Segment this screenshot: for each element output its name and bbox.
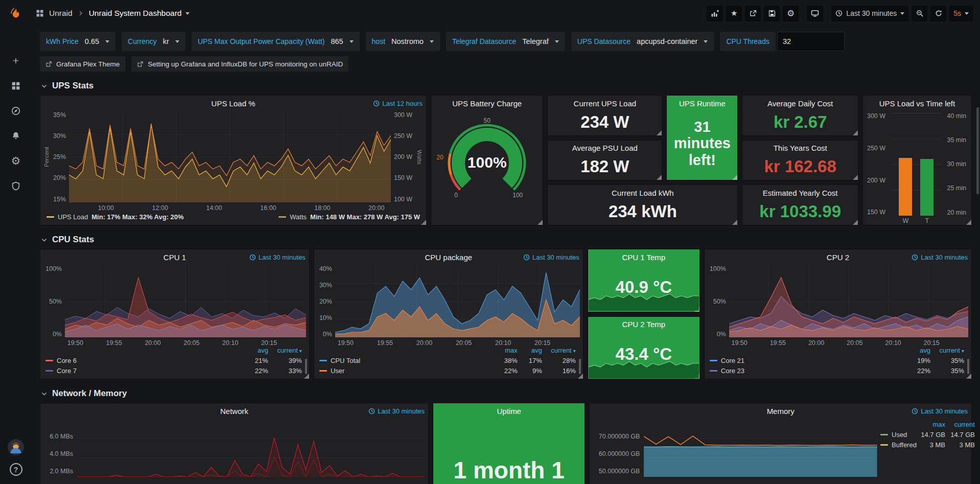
variable-host[interactable]: host Nostromo bbox=[366, 32, 440, 51]
section-network-memory[interactable]: Network / Memory bbox=[41, 388, 972, 399]
link-grafana-plex-theme[interactable]: Grafana Plex Theme bbox=[40, 56, 125, 72]
legend-item-ups-load[interactable]: UPS Load Min: 17% Max: 32% Avg: 20% bbox=[46, 213, 184, 221]
panel-time-override[interactable]: Last 30 minutes bbox=[523, 249, 579, 265]
stat-value: kr 162.68 bbox=[742, 156, 858, 180]
legend-item[interactable]: CPU Total bbox=[319, 357, 490, 364]
cpu-package-chart[interactable] bbox=[335, 266, 580, 337]
variable-kwh-price[interactable]: kWh Price 0.65 bbox=[40, 32, 115, 51]
legend-item[interactable]: Buffered bbox=[880, 441, 917, 449]
legend-scrollbar[interactable] bbox=[579, 359, 581, 374]
section-cpu-stats[interactable]: CPU Stats bbox=[41, 235, 972, 245]
series-swatch bbox=[46, 216, 54, 218]
dashboard-scrollbar[interactable] bbox=[976, 107, 979, 194]
stat-value: 234 kWh bbox=[548, 200, 737, 225]
apps-grid-icon[interactable] bbox=[36, 9, 44, 17]
legend-scrollbar[interactable] bbox=[967, 359, 969, 374]
legend-col-avg[interactable]: avg bbox=[518, 347, 542, 354]
legend-col-current[interactable]: current bbox=[542, 347, 576, 354]
legend-item[interactable]: Core 21 bbox=[710, 357, 901, 364]
variable-currency[interactable]: Currency kr bbox=[122, 32, 185, 51]
sidebar-item-configuration[interactable]: ⚙ bbox=[7, 152, 25, 170]
legend-scrollbar[interactable] bbox=[305, 359, 307, 374]
y-axis-ticks: 100%50%0% bbox=[42, 266, 65, 337]
variable-ups-datasource[interactable]: UPS Datasource apcupsd-container bbox=[571, 32, 714, 51]
panel-title[interactable]: Average Daily Cost bbox=[742, 96, 858, 111]
ups-bars-chart[interactable] bbox=[891, 113, 942, 216]
dashboard-settings-button[interactable]: ⚙ bbox=[783, 6, 799, 21]
panel-cpu-2: CPU 2 Last 30 minutes 100%50%0% 19:5019:… bbox=[704, 249, 972, 379]
bar-time-left[interactable] bbox=[920, 159, 934, 216]
help-button[interactable]: ? bbox=[10, 463, 22, 476]
panel-time-override[interactable]: Last 30 minutes bbox=[912, 403, 968, 419]
panel-time-override[interactable]: Last 12 hours bbox=[373, 96, 423, 111]
panel-title[interactable]: CPU 1 Temp bbox=[588, 249, 699, 265]
time-range-picker[interactable]: Last 30 minutes bbox=[831, 6, 908, 21]
grafana-logo[interactable] bbox=[0, 0, 32, 27]
memory-chart[interactable] bbox=[644, 420, 877, 477]
legend-item[interactable]: Used bbox=[880, 431, 917, 439]
section-ups-stats[interactable]: UPS Stats bbox=[41, 81, 972, 91]
save-button[interactable] bbox=[764, 6, 780, 21]
refresh-interval-picker[interactable]: 5s bbox=[949, 6, 973, 21]
panel-cpu-1: CPU 1 Last 30 minutes 100%50%0% 19:5019:… bbox=[40, 249, 310, 379]
network-chart[interactable] bbox=[77, 420, 424, 477]
panel-title[interactable]: Average PSU Load bbox=[548, 141, 662, 156]
link-ups-monitoring-guide[interactable]: Setting up Grafana and InfluxDB for UPS … bbox=[131, 56, 348, 72]
legend-item[interactable]: Core 7 bbox=[45, 367, 239, 375]
sidebar-item-explore[interactable] bbox=[7, 102, 25, 120]
legend-item[interactable]: Core 23 bbox=[710, 367, 901, 375]
panel-time-override[interactable]: Last 30 minutes bbox=[249, 249, 306, 265]
panel-title[interactable]: UPS Runtime bbox=[667, 96, 737, 111]
panel-title[interactable]: UPS Load % bbox=[40, 96, 426, 111]
clock-icon bbox=[368, 408, 375, 414]
panel-time-override[interactable]: Last 30 minutes bbox=[368, 403, 425, 419]
chevron-down-icon bbox=[41, 83, 48, 89]
star-button[interactable]: ★ bbox=[726, 6, 742, 21]
cpu2-chart[interactable] bbox=[729, 266, 968, 337]
legend-col-current[interactable]: current bbox=[930, 347, 964, 354]
add-panel-button[interactable] bbox=[707, 6, 723, 21]
user-avatar[interactable] bbox=[8, 439, 24, 455]
share-button[interactable] bbox=[745, 6, 761, 21]
refresh-button[interactable] bbox=[930, 6, 946, 21]
bar-watts[interactable] bbox=[899, 158, 912, 216]
panel-title[interactable]: Current UPS Load bbox=[548, 96, 662, 111]
legend-item[interactable]: User bbox=[319, 367, 490, 375]
dashboard-title[interactable]: Unraid System Dashboard bbox=[89, 9, 190, 18]
legend-item-watts[interactable]: Watts Min: 148 W Max: 278 W Avg: 175 W bbox=[278, 213, 420, 221]
panel-title[interactable]: Uptime bbox=[433, 403, 585, 419]
battery-gauge[interactable]: 100% 0 50 100 20 bbox=[434, 116, 540, 206]
caret-down-icon bbox=[430, 40, 434, 43]
breadcrumb-app[interactable]: Unraid bbox=[49, 9, 73, 18]
legend-col-avg[interactable]: avg bbox=[239, 347, 268, 354]
legend-col-current[interactable]: current bbox=[945, 421, 975, 428]
sidebar-item-alerting[interactable] bbox=[7, 127, 25, 145]
panel-title[interactable]: This Years Cost bbox=[742, 141, 858, 156]
stat-value: kr 2.67 bbox=[742, 111, 858, 135]
panel-title[interactable]: UPS Battery Charge bbox=[431, 96, 543, 111]
ups-load-chart[interactable] bbox=[69, 112, 391, 202]
create-button[interactable]: + bbox=[7, 52, 25, 70]
panel-title[interactable]: Current Load kWh bbox=[548, 185, 737, 200]
caret-down-icon bbox=[900, 12, 904, 15]
variable-ups-max-output[interactable]: UPS Max Output Power Capacity (Watt) 865 bbox=[192, 32, 360, 51]
cpu-threads-input[interactable] bbox=[777, 32, 845, 51]
legend-col-current[interactable]: current bbox=[268, 347, 302, 354]
series-swatch bbox=[278, 216, 286, 218]
sidebar-item-server-admin[interactable] bbox=[7, 177, 25, 195]
panel-title[interactable]: Estimated Yearly Cost bbox=[742, 185, 858, 200]
legend-col-max[interactable]: max bbox=[490, 347, 518, 354]
kiosk-mode-button[interactable] bbox=[807, 6, 823, 21]
legend-item[interactable]: Core 6 bbox=[45, 357, 239, 364]
gear-icon: ⚙ bbox=[787, 8, 795, 19]
panel-title[interactable]: CPU 2 Temp bbox=[588, 317, 699, 332]
sidebar-item-dashboards[interactable] bbox=[7, 77, 25, 95]
panel-time-override[interactable]: Last 30 minutes bbox=[912, 249, 968, 265]
variable-telegraf-datasource[interactable]: Telegraf Datasource Telegraf bbox=[446, 32, 565, 51]
legend-col-max[interactable]: max bbox=[917, 421, 945, 428]
legend-col-avg[interactable]: avg bbox=[901, 347, 930, 354]
x-axis-ticks: WT bbox=[891, 216, 942, 225]
panel-title[interactable]: UPS Load vs Time left bbox=[863, 96, 971, 111]
zoom-out-button[interactable] bbox=[912, 6, 927, 21]
cpu1-chart[interactable] bbox=[65, 266, 306, 337]
